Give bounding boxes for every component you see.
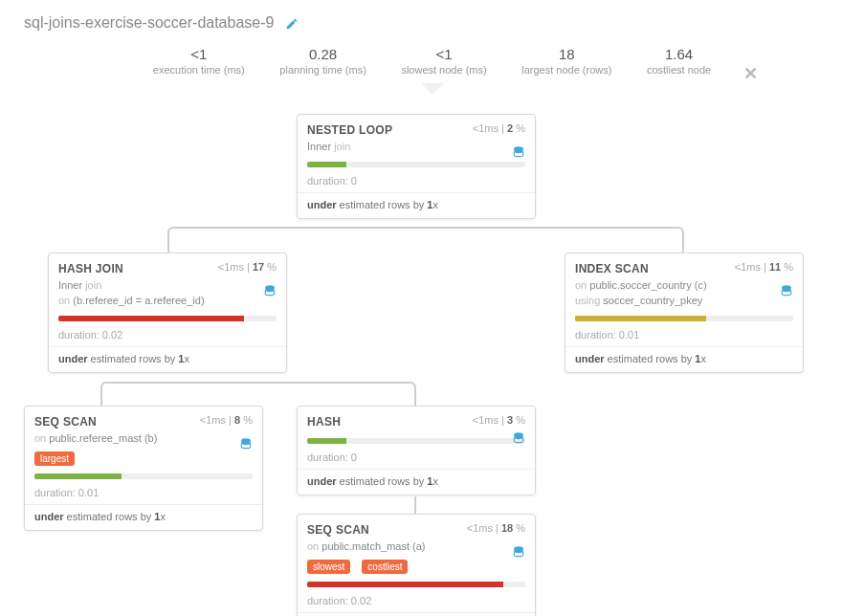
duration-label: duration: 0.02 [298, 589, 535, 612]
page-title: sql-joins-exercise-soccer-database-9 [24, 14, 274, 32]
node-title: SEQ SCAN [34, 415, 97, 429]
database-icon[interactable] [263, 282, 277, 297]
node-subtitle: on public.referee_mast (b) [25, 432, 262, 448]
node-hash[interactable]: HASH <1ms | 3 % duration: 0 under estima… [297, 406, 536, 495]
database-icon[interactable] [512, 543, 525, 559]
badge-largest: largest [34, 451, 75, 466]
duration-label: duration: 0 [298, 169, 535, 192]
database-icon[interactable] [512, 429, 525, 445]
node-seq-scan-a[interactable]: SEQ SCAN <1ms | 18 % on public.match_mas… [297, 514, 536, 616]
connector [167, 227, 684, 255]
node-subtitle2: using soccer_country_pkey [565, 295, 803, 310]
stat-slowest: <1 slowest node (ms) [387, 46, 500, 76]
badge-costliest: costliest [362, 560, 408, 574]
stats-bar: <1 execution time (ms) 0.28 planning tim… [136, 46, 729, 95]
estimate-label: under estimated rows by 1x [298, 192, 535, 218]
node-subtitle: on public.match_mast (a) [298, 540, 535, 556]
node-seq-scan-b[interactable]: SEQ SCAN <1ms | 8 % on public.referee_ma… [24, 406, 263, 531]
estimate-label: under estimated rows by 1x [298, 612, 535, 616]
node-title: NESTED LOOP [307, 123, 392, 137]
stat-costliest: 1.64 costliest node [632, 46, 725, 76]
stat-planning: 0.28 planning time (ms) [265, 46, 380, 76]
node-meta: <1ms | 18 % [467, 522, 525, 534]
node-meta: <1ms | 11 % [735, 261, 793, 273]
connector [414, 496, 416, 516]
node-title: HASH [307, 415, 341, 429]
badge-slowest: slowest [307, 560, 350, 574]
database-icon[interactable] [512, 143, 525, 159]
node-meta: <1ms | 3 % [473, 414, 525, 426]
estimate-label: under estimated rows by 1x [25, 504, 262, 530]
database-icon[interactable] [239, 435, 253, 451]
node-meta: <1ms | 2 % [473, 122, 525, 134]
node-meta: <1ms | 17 % [218, 261, 277, 273]
stat-largest: 18 largest node (rows) [507, 46, 626, 76]
duration-label: duration: 0 [298, 446, 535, 469]
node-nested-loop[interactable]: NESTED LOOP <1ms | 2 % Inner join durati… [297, 114, 536, 219]
node-subtitle2: on (b.referee_id = a.referee_id) [49, 295, 286, 310]
node-subtitle: Inner join [49, 279, 286, 295]
node-subtitle: on public.soccer_country (c) [565, 279, 803, 295]
close-icon[interactable]: ✕ [743, 63, 758, 84]
duration-label: duration: 0.02 [49, 323, 286, 346]
estimate-label: under estimated rows by 1x [298, 469, 535, 495]
edit-icon[interactable] [285, 15, 299, 31]
node-subtitle: Inner join [298, 141, 535, 156]
node-index-scan[interactable]: INDEX SCAN <1ms | 11 % on public.soccer_… [565, 253, 804, 373]
duration-label: duration: 0.01 [25, 481, 262, 504]
database-icon[interactable] [780, 282, 793, 297]
page-header: sql-joins-exercise-soccer-database-9 [14, 10, 850, 46]
node-title: SEQ SCAN [307, 523, 369, 537]
node-meta: <1ms | 8 % [200, 414, 253, 426]
duration-label: duration: 0.01 [565, 323, 803, 346]
node-hash-join[interactable]: HASH JOIN <1ms | 17 % Inner join on (b.r… [48, 253, 287, 373]
estimate-label: under estimated rows by 1x [565, 346, 803, 372]
estimate-label: under estimated rows by 1x [49, 346, 286, 372]
pointer-icon [421, 83, 444, 95]
plan-tree: NESTED LOOP <1ms | 2 % Inner join durati… [14, 114, 850, 616]
stat-execution: <1 execution time (ms) [139, 46, 259, 76]
node-title: HASH JOIN [58, 262, 123, 275]
node-title: INDEX SCAN [575, 262, 649, 275]
